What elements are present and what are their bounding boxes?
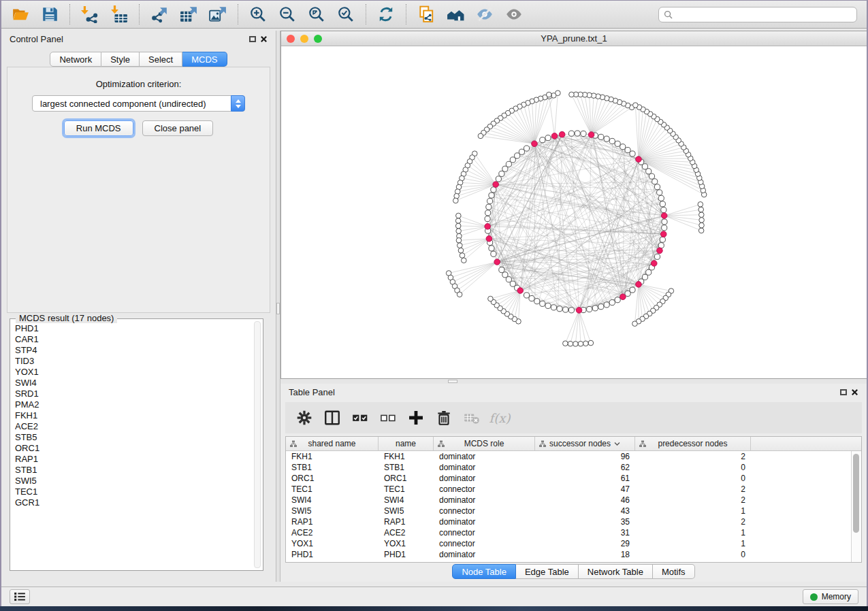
network-node[interactable]	[491, 187, 496, 193]
network-node[interactable]	[646, 169, 652, 174]
select-all-icon[interactable]	[351, 409, 369, 427]
column-header-mcds-role[interactable]: MCDS role	[434, 437, 535, 450]
network-node[interactable]	[546, 92, 551, 97]
zoom-out-icon[interactable]	[278, 5, 297, 24]
mcds-result-item[interactable]: PHD1	[15, 323, 251, 334]
network-node[interactable]	[661, 207, 666, 212]
mcds-result-item[interactable]: SWI5	[15, 476, 251, 486]
column-header-shared-name[interactable]: shared name	[286, 437, 379, 450]
tab-mcds[interactable]: MCDS	[182, 52, 227, 67]
splitter-handle-icon[interactable]	[276, 303, 280, 314]
network-node[interactable]	[499, 171, 504, 176]
network-node[interactable]	[620, 144, 626, 150]
network-node[interactable]	[515, 153, 520, 159]
export-network-icon[interactable]	[150, 5, 169, 24]
network-node[interactable]	[598, 304, 604, 310]
zoom-in-icon[interactable]	[248, 5, 268, 24]
network-node[interactable]	[524, 146, 529, 151]
network-node[interactable]	[578, 341, 583, 346]
mcds-result-item[interactable]: CAR1	[15, 334, 251, 345]
mcds-hub-node[interactable]	[661, 213, 667, 219]
mcds-result-item[interactable]: YOX1	[15, 367, 251, 378]
mcds-result-scrollbar[interactable]	[254, 321, 261, 568]
tab-network-table[interactable]: Network Table	[579, 564, 653, 579]
network-node[interactable]	[540, 301, 545, 306]
network-node[interactable]	[460, 253, 465, 259]
table-row[interactable]: TEC1TEC1connector472	[286, 484, 851, 495]
mcds-result-item[interactable]: PMA2	[15, 399, 251, 410]
network-node[interactable]	[569, 92, 575, 97]
mcds-hub-node[interactable]	[559, 131, 565, 137]
mcds-hub-node[interactable]	[576, 308, 582, 314]
column-header-name[interactable]: name	[379, 437, 434, 450]
memory-button[interactable]: Memory	[803, 589, 858, 604]
network-node[interactable]	[699, 222, 705, 228]
network-node[interactable]	[455, 223, 461, 229]
network-node[interactable]	[457, 292, 462, 297]
mcds-hub-node[interactable]	[660, 231, 666, 237]
network-node[interactable]	[625, 147, 630, 152]
network-node[interactable]	[604, 136, 609, 142]
network-node[interactable]	[575, 131, 580, 136]
task-history-button[interactable]	[10, 589, 30, 604]
network-node[interactable]	[461, 258, 466, 263]
network-node[interactable]	[457, 243, 462, 248]
mcds-result-item[interactable]: TID3	[15, 356, 251, 367]
network-node[interactable]	[662, 219, 667, 225]
network-node[interactable]	[662, 225, 667, 231]
network-node[interactable]	[489, 193, 494, 198]
network-node[interactable]	[609, 138, 615, 144]
table-row[interactable]: RAP1RAP1dominator352	[286, 516, 851, 527]
close-panel-icon[interactable]	[260, 35, 268, 43]
network-node[interactable]	[646, 269, 652, 275]
network-node[interactable]	[456, 237, 462, 243]
network-node[interactable]	[489, 246, 494, 251]
network-node[interactable]	[642, 274, 647, 280]
network-node[interactable]	[699, 212, 705, 218]
network-node[interactable]	[487, 198, 493, 203]
mcds-hub-node[interactable]	[532, 141, 538, 147]
network-node[interactable]	[654, 184, 660, 190]
network-node[interactable]	[592, 306, 598, 311]
mcds-hub-node[interactable]	[494, 259, 500, 265]
tab-style[interactable]: Style	[101, 52, 140, 67]
run-mcds-button[interactable]: Run MCDS	[64, 120, 133, 136]
split-column-icon[interactable]	[323, 409, 341, 427]
network-node[interactable]	[510, 157, 515, 163]
network-node[interactable]	[556, 90, 561, 96]
network-node[interactable]	[540, 137, 545, 143]
network-node[interactable]	[698, 228, 704, 233]
network-node[interactable]	[630, 151, 635, 156]
network-node[interactable]	[510, 281, 515, 286]
mcds-hub-node[interactable]	[517, 288, 524, 294]
tab-motifs[interactable]: Motifs	[653, 564, 695, 579]
network-node[interactable]	[488, 296, 494, 301]
mcds-hub-node[interactable]	[620, 294, 626, 300]
network-node[interactable]	[502, 166, 508, 171]
table-scrollbar[interactable]	[851, 451, 861, 562]
table-row[interactable]: ACE2ACE2connector311	[286, 527, 851, 538]
network-node[interactable]	[485, 216, 490, 222]
network-node[interactable]	[529, 295, 534, 301]
network-node[interactable]	[654, 254, 660, 259]
show-view-icon[interactable]	[504, 5, 524, 24]
export-table-icon[interactable]	[179, 5, 198, 24]
network-node[interactable]	[499, 267, 504, 273]
network-node[interactable]	[658, 195, 664, 201]
delete-table-icon[interactable]	[463, 409, 481, 427]
network-node[interactable]	[557, 306, 562, 312]
vertical-splitter[interactable]	[276, 31, 280, 582]
network-node[interactable]	[454, 193, 460, 199]
import-network-icon[interactable]	[80, 5, 99, 24]
network-node[interactable]	[698, 202, 703, 208]
optimization-criterion-select[interactable]: largest connected component (undirected)	[32, 95, 245, 112]
network-node[interactable]	[453, 198, 459, 203]
table-row[interactable]: FKH1FKH1dominator962	[286, 451, 851, 462]
mcds-result-item[interactable]: GCR1	[15, 497, 251, 508]
gear-icon[interactable]	[295, 409, 313, 427]
network-node[interactable]	[563, 341, 568, 346]
horizontal-splitter[interactable]	[280, 379, 867, 384]
network-node[interactable]	[456, 213, 462, 218]
table-row[interactable]: SWI4SWI4dominator462	[286, 495, 851, 506]
table-row[interactable]: PHD1PHD1dominator180	[286, 549, 851, 560]
